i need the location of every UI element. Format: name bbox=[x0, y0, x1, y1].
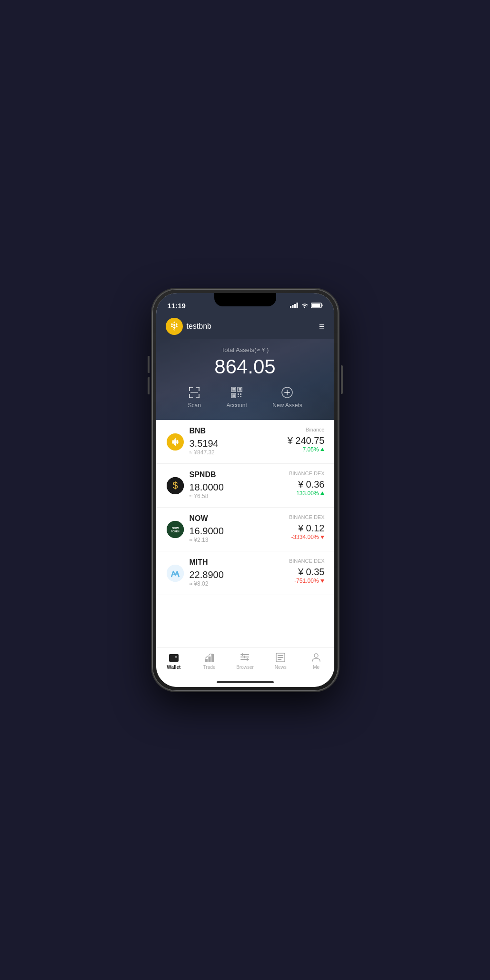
hero-section: Total Assets(≈ ¥ ) 864.05 bbox=[156, 339, 334, 420]
scan-icon bbox=[188, 386, 201, 399]
svg-rect-60 bbox=[247, 658, 248, 661]
up-arrow-icon-2 bbox=[320, 491, 325, 496]
mith-value: ≈ ¥8.02 bbox=[190, 580, 284, 587]
battery-icon bbox=[311, 303, 323, 308]
action-row: Scan bbox=[166, 386, 325, 409]
account-label: Account bbox=[226, 402, 247, 409]
svg-rect-20 bbox=[239, 388, 241, 391]
nav-browser[interactable]: Browser bbox=[227, 652, 263, 670]
nav-me[interactable]: Me bbox=[299, 652, 334, 670]
app-logo bbox=[166, 318, 183, 335]
trade-nav-icon bbox=[204, 652, 215, 663]
coin-item-bnb[interactable]: BNB 3.5194 ≈ ¥847.32 Binance ¥ 240.75 7.… bbox=[156, 420, 334, 464]
svg-point-65 bbox=[314, 654, 318, 657]
svg-rect-1 bbox=[292, 305, 293, 308]
spndb-name: SPNDB bbox=[190, 470, 284, 479]
up-arrow-icon bbox=[320, 447, 325, 452]
news-nav-icon bbox=[275, 652, 286, 663]
scan-label: Scan bbox=[188, 402, 200, 409]
home-bar bbox=[217, 681, 274, 683]
power-button[interactable] bbox=[341, 365, 343, 394]
wifi-icon bbox=[301, 303, 309, 308]
nav-me-label: Me bbox=[313, 665, 320, 670]
svg-rect-8 bbox=[189, 387, 193, 388]
menu-button[interactable]: ≡ bbox=[319, 322, 325, 331]
bnb-exchange: Binance bbox=[306, 427, 325, 432]
notch bbox=[214, 293, 276, 306]
svg-rect-14 bbox=[196, 397, 200, 398]
bnb-icon bbox=[166, 433, 185, 451]
spndb-change: 133.00% bbox=[296, 490, 324, 497]
down-arrow-icon bbox=[320, 535, 325, 539]
vol-down-button[interactable] bbox=[148, 377, 150, 394]
nav-news-label: News bbox=[275, 665, 287, 670]
svg-rect-53 bbox=[208, 657, 210, 662]
bnb-price: ¥ 240.75 bbox=[288, 435, 325, 446]
wallet-nav-icon bbox=[168, 652, 180, 663]
svg-rect-25 bbox=[238, 396, 239, 397]
vol-up-button[interactable] bbox=[148, 356, 150, 373]
svg-rect-63 bbox=[278, 657, 283, 658]
now-exchange: BINANCE DEX bbox=[289, 514, 325, 520]
nav-news[interactable]: News bbox=[263, 652, 299, 670]
svg-text:$: $ bbox=[172, 480, 178, 490]
svg-rect-19 bbox=[238, 387, 242, 392]
mith-name: MITH bbox=[190, 558, 284, 567]
svg-rect-51 bbox=[175, 657, 177, 657]
now-value: ≈ ¥2.13 bbox=[190, 537, 284, 543]
svg-rect-26 bbox=[240, 396, 241, 397]
svg-marker-48 bbox=[320, 579, 324, 583]
svg-rect-15 bbox=[199, 394, 200, 398]
bottom-nav: Wallet Trade bbox=[156, 647, 334, 679]
svg-rect-24 bbox=[240, 393, 241, 395]
nav-trade[interactable]: Trade bbox=[191, 652, 227, 670]
svg-rect-16 bbox=[190, 392, 198, 393]
account-action[interactable]: Account bbox=[226, 386, 247, 409]
svg-rect-58 bbox=[242, 653, 243, 656]
phone-frame: 11:19 bbox=[152, 289, 338, 691]
coin-item-mith[interactable]: MITH 22.8900 ≈ ¥8.02 BINANCE DEX ¥ 0.35 … bbox=[156, 551, 334, 595]
bnb-name: BNB bbox=[190, 427, 283, 435]
svg-rect-0 bbox=[290, 306, 291, 308]
svg-text:NOW: NOW bbox=[171, 527, 179, 529]
header-left: testbnb bbox=[166, 318, 211, 335]
status-time: 11:19 bbox=[168, 302, 186, 310]
status-icons bbox=[290, 303, 323, 308]
now-price: ¥ 0.12 bbox=[298, 523, 325, 534]
nav-wallet[interactable]: Wallet bbox=[156, 652, 192, 670]
now-change: -3334.00% bbox=[291, 534, 324, 540]
svg-rect-11 bbox=[199, 387, 200, 391]
down-arrow-icon-2 bbox=[320, 578, 325, 583]
svg-rect-59 bbox=[244, 656, 245, 658]
now-icon: NOW TOKEN bbox=[166, 521, 185, 538]
coin-item-now[interactable]: NOW TOKEN NOW 16.9000 ≈ ¥2.13 BINANC bbox=[156, 508, 334, 551]
new-assets-action[interactable]: New Assets bbox=[272, 386, 302, 409]
mith-amount: 22.8900 bbox=[190, 569, 224, 580]
nav-browser-label: Browser bbox=[236, 665, 254, 670]
new-assets-icon bbox=[280, 386, 294, 399]
svg-marker-46 bbox=[320, 536, 324, 539]
svg-marker-39 bbox=[320, 448, 324, 451]
spndb-exchange: BINANCE DEX bbox=[289, 470, 325, 476]
me-nav-icon bbox=[310, 652, 322, 663]
coin-item-spndb[interactable]: $ SPNDB 18.0000 ≈ ¥6.58 BINANCE DEX ¥ 0. bbox=[156, 464, 334, 508]
total-assets-amount: 864.05 bbox=[166, 355, 325, 378]
svg-point-47 bbox=[167, 565, 184, 582]
phone-screen: 11:19 bbox=[156, 293, 334, 687]
new-assets-label: New Assets bbox=[272, 402, 302, 409]
mith-price: ¥ 0.35 bbox=[298, 567, 325, 578]
svg-rect-23 bbox=[238, 393, 239, 395]
spndb-value: ≈ ¥6.58 bbox=[190, 493, 284, 500]
svg-rect-2 bbox=[294, 304, 296, 308]
scan-action[interactable]: Scan bbox=[188, 386, 201, 409]
svg-rect-12 bbox=[189, 397, 193, 398]
svg-rect-9 bbox=[189, 387, 190, 391]
svg-rect-57 bbox=[240, 659, 249, 660]
svg-rect-64 bbox=[278, 659, 281, 660]
svg-rect-17 bbox=[231, 387, 236, 392]
app-header: testbnb ≡ bbox=[156, 314, 334, 339]
svg-point-43 bbox=[167, 521, 184, 538]
coin-list: BNB 3.5194 ≈ ¥847.32 Binance ¥ 240.75 7.… bbox=[156, 420, 334, 647]
svg-rect-6 bbox=[311, 304, 320, 307]
svg-rect-21 bbox=[231, 393, 236, 398]
